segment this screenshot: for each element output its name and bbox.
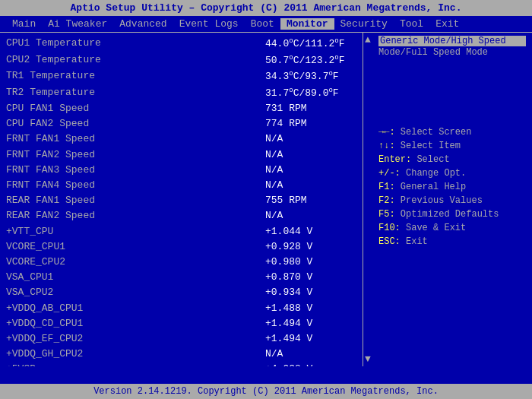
monitor-row: +VDDQ_AB_CPU1+1.488 V: [6, 301, 356, 316]
monitor-label: TR1 Temperature: [6, 69, 128, 84]
monitor-value: N/A: [265, 163, 356, 177]
help-key: Enter:: [378, 154, 416, 165]
help-key: →←:: [378, 127, 401, 138]
monitor-label: +VDDQ_GH_CPU2: [6, 347, 128, 361]
monitor-row: +VDDQ_CD_CPU1+1.494 V: [6, 316, 356, 331]
help-key: +/-:: [378, 168, 406, 179]
help-key: ESC:: [378, 236, 406, 247]
monitor-label: +VDDQ_EF_CPU2: [6, 332, 128, 346]
monitor-label: +5VSB: [6, 363, 128, 366]
monitor-label: TR2 Temperature: [6, 86, 128, 101]
monitor-row: REAR FAN2 SpeedN/A: [6, 208, 356, 223]
monitor-value: 731 RPM: [265, 102, 356, 116]
menu-item-security[interactable]: Security: [334, 18, 394, 30]
menu-item-boot[interactable]: Boot: [245, 18, 280, 30]
monitor-row: +5VSB+4.928 V: [6, 362, 356, 366]
right-panel: Generic Mode/High SpeedMode/Full Speed M…: [372, 33, 532, 366]
help-desc: Save & Exit: [406, 223, 466, 233]
monitor-label: CPU1 Temperature: [6, 36, 128, 52]
monitor-label: VCORE_CPU2: [6, 255, 128, 269]
monitor-row: VCORE_CPU2+0.980 V: [6, 255, 356, 270]
monitor-row: TR1 Temperature34.3oC/93.7oF: [6, 68, 356, 85]
monitor-row: +VDDQ_GH_CPU2N/A: [6, 347, 356, 362]
help-desc: Select: [416, 154, 449, 165]
help-item: F1: General Help: [378, 180, 526, 194]
monitor-row: REAR FAN1 Speed755 RPM: [6, 193, 356, 208]
help-key: F2:: [378, 195, 401, 206]
monitor-label: +VDDQ_AB_CPU1: [6, 302, 128, 315]
monitor-row: +VTT_CPU+1.044 V: [6, 224, 356, 239]
monitor-value: +0.980 V: [265, 255, 356, 269]
monitor-label: FRNT FAN4 Speed: [6, 179, 128, 192]
monitor-label: +VDDQ_CD_CPU1: [6, 317, 128, 331]
monitor-value: 50.7oC/123.2oF: [265, 53, 356, 68]
help-desc: Select Item: [401, 141, 461, 151]
monitor-value: N/A: [265, 347, 356, 361]
monitor-label: FRNT FAN2 Speed: [6, 148, 128, 162]
menu-item-main[interactable]: Main: [6, 18, 42, 30]
monitor-label: CPU FAN1 Speed: [6, 102, 128, 116]
monitor-value: +1.494 V: [265, 332, 356, 346]
monitor-row: FRNT FAN4 SpeedN/A: [6, 178, 356, 193]
monitor-row: TR2 Temperature31.7oC/89.0oF: [6, 85, 356, 102]
monitor-row: VCORE_CPU1+0.928 V: [6, 239, 356, 255]
monitor-value: 774 RPM: [265, 117, 356, 131]
help-desc: Previous Values: [401, 195, 483, 206]
monitor-label: FRNT FAN3 Speed: [6, 163, 128, 177]
monitor-row: CPU FAN1 Speed731 RPM: [6, 101, 356, 116]
monitor-value: N/A: [265, 148, 356, 162]
monitor-label: CPU FAN2 Speed: [6, 117, 128, 131]
left-panel: CPU1 Temperature44.0oC/111.2oFCPU2 Tempe…: [0, 33, 363, 366]
help-item: ESC: Exit: [378, 235, 526, 249]
menu-item-advanced[interactable]: Advanced: [113, 18, 173, 30]
help-desc: Exit: [406, 236, 428, 247]
title-text: Aptio Setup Utility – Copyright (C) 2011…: [71, 2, 462, 14]
help-desc: General Help: [401, 182, 466, 192]
monitor-value: +0.934 V: [265, 286, 356, 299]
monitor-value: +4.928 V: [265, 363, 356, 366]
help-key: F1:: [378, 182, 401, 192]
monitor-row: FRNT FAN2 SpeedN/A: [6, 147, 356, 163]
scrollbar[interactable]: ▲ ▼: [363, 33, 372, 366]
monitor-label: REAR FAN2 Speed: [6, 209, 128, 223]
menu-item-event-logs[interactable]: Event Logs: [173, 18, 245, 30]
monitor-value: 31.7oC/89.0oF: [265, 86, 356, 101]
monitor-value: N/A: [265, 179, 356, 192]
help-key: F5:: [378, 209, 401, 220]
monitor-label: VSA_CPU2: [6, 286, 128, 299]
monitor-row: +VDDQ_EF_CPU2+1.494 V: [6, 331, 356, 347]
help-section: →←: Select Screen↑↓: Select ItemEnter: S…: [378, 125, 526, 249]
menu-item-ai-tweaker[interactable]: Ai Tweaker: [42, 18, 113, 30]
menu-item-tool[interactable]: Tool: [394, 18, 429, 30]
menu-item-exit[interactable]: Exit: [429, 18, 465, 30]
monitor-row: CPU2 Temperature50.7oC/123.2oF: [6, 52, 356, 69]
scroll-up-arrow[interactable]: ▲: [365, 34, 371, 46]
monitor-value: +1.488 V: [265, 302, 356, 315]
help-desc: Optimized Defaults: [401, 209, 499, 220]
monitor-row: FRNT FAN3 SpeedN/A: [6, 163, 356, 178]
scroll-down-arrow[interactable]: ▼: [365, 353, 371, 365]
footer: Version 2.14.1219. Copyright (C) 2011 Am…: [0, 384, 532, 399]
help-item: F10: Save & Exit: [378, 221, 526, 235]
help-key: ↑↓:: [378, 141, 401, 151]
right-panel-option[interactable]: Mode/Full Speed Mode: [378, 47, 526, 58]
title-bar: Aptio Setup Utility – Copyright (C) 2011…: [0, 0, 532, 16]
monitor-value: N/A: [265, 209, 356, 223]
menu-bar: MainAi TweakerAdvancedEvent LogsBootMoni…: [0, 16, 532, 33]
help-item: F5: Optimized Defaults: [378, 207, 526, 221]
monitor-value: +1.494 V: [265, 317, 356, 331]
monitor-label: +VTT_CPU: [6, 225, 128, 239]
monitor-row: VSA_CPU1+0.870 V: [6, 270, 356, 285]
monitor-value: +1.044 V: [265, 225, 356, 239]
help-item: Enter: Select: [378, 153, 526, 166]
help-desc: Select Screen: [401, 127, 472, 138]
help-item: →←: Select Screen: [378, 125, 526, 139]
monitor-value: +0.870 V: [265, 271, 356, 284]
monitor-label: VSA_CPU1: [6, 271, 128, 284]
monitor-row: VSA_CPU2+0.934 V: [6, 285, 356, 300]
help-key: F10:: [378, 223, 406, 233]
right-panel-option[interactable]: Generic Mode/High Speed: [378, 36, 526, 46]
monitor-row: FRNT FAN1 SpeedN/A: [6, 131, 356, 147]
monitor-value: 44.0oC/111.2oF: [265, 36, 356, 52]
menu-item-monitor[interactable]: Monitor: [280, 18, 334, 30]
